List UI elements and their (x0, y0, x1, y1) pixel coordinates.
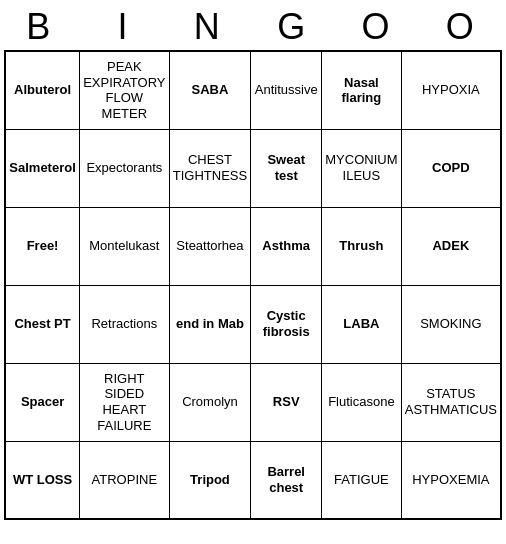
cell-r2-c0: Free! (5, 207, 80, 285)
cell-r2-c4: Thrush (322, 207, 402, 285)
table-row: Chest PTRetractionsend in MabCystic fibr… (5, 285, 501, 363)
cell-r0-c4: Nasal flaring (322, 51, 402, 129)
cell-r1-c2: CHEST TIGHTNESS (169, 129, 251, 207)
cell-r2-c1: Montelukast (80, 207, 169, 285)
cell-r5-c3: Barrel chest (251, 441, 322, 519)
cell-r3-c2: end in Mab (169, 285, 251, 363)
bingo-board: AlbuterolPEAK EXPIRATORY FLOW METERSABAA… (4, 50, 502, 520)
title-letter-o1: O (339, 6, 419, 48)
bingo-title: B I N G O O (0, 0, 506, 50)
title-letter-g: G (255, 6, 335, 48)
cell-r5-c0: WT LOSS (5, 441, 80, 519)
cell-r4-c3: RSV (251, 363, 322, 441)
title-letter-o2: O (424, 6, 504, 48)
cell-r5-c2: Tripod (169, 441, 251, 519)
title-letter-n: N (171, 6, 251, 48)
cell-r3-c3: Cystic fibrosis (251, 285, 322, 363)
table-row: SpacerRIGHT SIDED HEART FAILURECromolynR… (5, 363, 501, 441)
cell-r0-c1: PEAK EXPIRATORY FLOW METER (80, 51, 169, 129)
cell-r1-c4: MYCONIUM ILEUS (322, 129, 402, 207)
cell-r5-c5: HYPOXEMIA (401, 441, 501, 519)
title-letter-i: I (86, 6, 166, 48)
cell-r3-c5: SMOKING (401, 285, 501, 363)
cell-r4-c4: Fluticasone (322, 363, 402, 441)
table-row: SalmeterolExpectorantsCHEST TIGHTNESSSwe… (5, 129, 501, 207)
cell-r0-c2: SABA (169, 51, 251, 129)
cell-r1-c3: Sweat test (251, 129, 322, 207)
cell-r1-c5: COPD (401, 129, 501, 207)
cell-r3-c4: LABA (322, 285, 402, 363)
cell-r5-c4: FATIGUE (322, 441, 402, 519)
cell-r4-c2: Cromolyn (169, 363, 251, 441)
table-row: WT LOSSATROPINETripodBarrel chestFATIGUE… (5, 441, 501, 519)
cell-r4-c0: Spacer (5, 363, 80, 441)
cell-r1-c1: Expectorants (80, 129, 169, 207)
cell-r3-c1: Retractions (80, 285, 169, 363)
table-row: Free!MontelukastSteattorheaAsthmaThrushA… (5, 207, 501, 285)
cell-r0-c5: HYPOXIA (401, 51, 501, 129)
cell-r0-c0: Albuterol (5, 51, 80, 129)
cell-r0-c3: Antitussive (251, 51, 322, 129)
cell-r3-c0: Chest PT (5, 285, 80, 363)
table-row: AlbuterolPEAK EXPIRATORY FLOW METERSABAA… (5, 51, 501, 129)
cell-r5-c1: ATROPINE (80, 441, 169, 519)
cell-r4-c5: Status Asthmaticus (401, 363, 501, 441)
title-letter-b: B (2, 6, 82, 48)
cell-r2-c2: Steattorhea (169, 207, 251, 285)
cell-r2-c3: Asthma (251, 207, 322, 285)
cell-r2-c5: ADEK (401, 207, 501, 285)
cell-r4-c1: RIGHT SIDED HEART FAILURE (80, 363, 169, 441)
cell-r1-c0: Salmeterol (5, 129, 80, 207)
